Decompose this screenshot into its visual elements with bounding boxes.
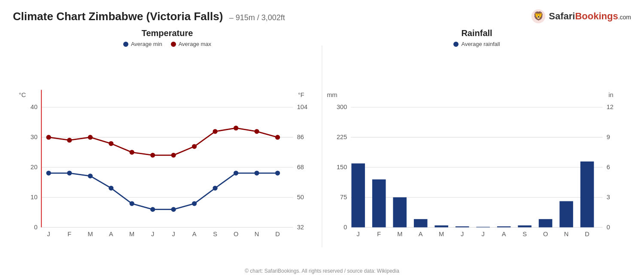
svg-text:M: M — [88, 231, 93, 237]
temperature-chart-section: Temperature Average min Average max °C 4… — [13, 28, 322, 265]
bar-jan — [351, 164, 365, 228]
svg-text:J: J — [151, 231, 154, 237]
rainfall-chart-title: Rainfall — [327, 28, 627, 38]
bar-dec — [580, 161, 594, 227]
svg-text:M: M — [439, 231, 444, 237]
svg-text:0: 0 — [607, 224, 610, 231]
svg-text:J: J — [172, 231, 175, 237]
svg-text:0: 0 — [343, 224, 347, 231]
svg-point-45 — [67, 170, 72, 175]
svg-text:68: 68 — [297, 164, 304, 170]
svg-text:75: 75 — [340, 194, 347, 201]
legend-rainfall-dot — [453, 42, 459, 47]
svg-text:10: 10 — [30, 194, 37, 201]
bar-feb — [372, 180, 386, 228]
logo: 🦁 SafariBookings.com — [531, 9, 631, 24]
svg-point-55 — [275, 170, 280, 175]
svg-point-37 — [150, 153, 155, 158]
charts-area: Temperature Average min Average max °C 4… — [13, 28, 631, 265]
svg-point-36 — [130, 150, 134, 155]
legend-min: Average min — [123, 41, 162, 47]
svg-text:3: 3 — [607, 194, 610, 201]
svg-text:S: S — [213, 231, 217, 237]
svg-point-46 — [88, 173, 93, 178]
bar-aug — [497, 226, 511, 227]
bar-sep — [518, 225, 532, 228]
svg-point-49 — [150, 207, 155, 212]
svg-point-39 — [192, 144, 197, 149]
svg-text:in: in — [608, 91, 613, 98]
svg-point-42 — [254, 129, 259, 134]
svg-text:D: D — [585, 231, 589, 237]
svg-text:0: 0 — [34, 224, 37, 231]
svg-text:M: M — [397, 231, 402, 237]
temperature-chart-wrapper: °C 40 30 20 10 0 °F 104 86 68 50 32 — [17, 51, 317, 265]
svg-point-50 — [171, 207, 176, 212]
svg-text:86: 86 — [297, 134, 304, 140]
svg-text:A: A — [109, 231, 113, 237]
svg-text:D: D — [275, 231, 280, 237]
svg-text:mm: mm — [327, 91, 337, 98]
svg-text:O: O — [234, 231, 238, 237]
svg-text:°F: °F — [298, 91, 304, 98]
svg-text:J: J — [357, 231, 360, 237]
svg-text:J: J — [461, 231, 464, 237]
bar-oct — [539, 219, 553, 227]
page-title: Climate Chart Zimbabwe (Victoria Falls) … — [13, 10, 285, 23]
rainfall-svg: mm 300 225 150 75 0 in 12 9 6 3 0 — [327, 51, 627, 265]
rainfall-legend: Average rainfall — [327, 41, 627, 47]
bar-jun — [456, 226, 469, 227]
svg-point-41 — [234, 126, 238, 131]
svg-text:300: 300 — [337, 103, 347, 110]
svg-text:A: A — [419, 231, 423, 237]
svg-text:🦁: 🦁 — [533, 11, 544, 21]
svg-point-51 — [192, 201, 197, 206]
bar-jul — [476, 227, 490, 227]
svg-text:12: 12 — [607, 103, 614, 110]
svg-point-52 — [213, 186, 217, 190]
svg-text:32: 32 — [297, 224, 304, 231]
svg-point-53 — [234, 170, 238, 175]
svg-point-35 — [109, 141, 113, 146]
svg-text:J: J — [47, 231, 50, 237]
legend-max-label: Average max — [179, 41, 211, 47]
svg-text:F: F — [377, 231, 381, 237]
bar-nov — [559, 201, 573, 227]
bar-mar — [393, 197, 407, 227]
temperature-svg: °C 40 30 20 10 0 °F 104 86 68 50 32 — [17, 51, 317, 265]
svg-point-32 — [46, 135, 51, 140]
svg-text:150: 150 — [337, 164, 347, 170]
svg-point-47 — [109, 186, 113, 190]
svg-point-38 — [171, 153, 176, 158]
page: Climate Chart Zimbabwe (Victoria Falls) … — [0, 0, 644, 280]
legend-max: Average max — [171, 41, 211, 47]
svg-text:A: A — [502, 231, 506, 237]
svg-text:°C: °C — [19, 91, 26, 98]
logo-icon: 🦁 — [531, 9, 546, 24]
svg-text:30: 30 — [30, 134, 37, 140]
legend-min-label: Average min — [131, 41, 162, 47]
svg-text:J: J — [481, 231, 484, 237]
bar-may — [434, 225, 448, 228]
svg-text:225: 225 — [337, 134, 347, 140]
footer: © chart: SafariBookings. All rights rese… — [13, 265, 631, 276]
svg-text:N: N — [255, 231, 259, 237]
svg-text:A: A — [192, 231, 197, 237]
svg-text:6: 6 — [607, 164, 610, 170]
svg-text:40: 40 — [30, 103, 37, 110]
svg-point-44 — [46, 170, 51, 175]
svg-point-48 — [130, 201, 134, 206]
svg-point-54 — [254, 170, 259, 175]
svg-point-43 — [275, 135, 280, 140]
legend-max-dot — [171, 42, 176, 47]
legend-min-dot — [123, 42, 128, 47]
svg-text:M: M — [129, 231, 134, 237]
svg-text:50: 50 — [297, 194, 304, 201]
logo-text: SafariBookings.com — [549, 11, 631, 22]
rainfall-chart-wrapper: mm 300 225 150 75 0 in 12 9 6 3 0 — [327, 51, 627, 265]
svg-text:F: F — [67, 231, 71, 237]
header: Climate Chart Zimbabwe (Victoria Falls) … — [13, 9, 631, 24]
svg-point-33 — [67, 138, 72, 143]
svg-text:20: 20 — [30, 164, 37, 170]
legend-rainfall-label: Average rainfall — [461, 41, 500, 47]
